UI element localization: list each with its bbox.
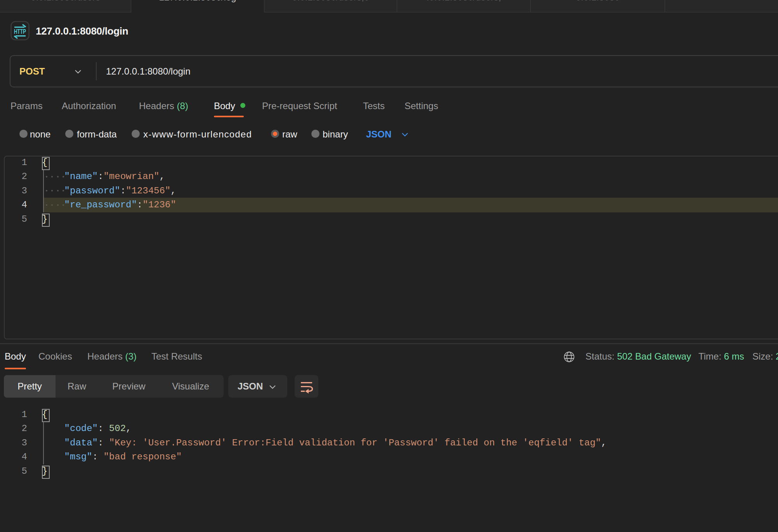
- svg-text:HTTP: HTTP: [14, 28, 26, 35]
